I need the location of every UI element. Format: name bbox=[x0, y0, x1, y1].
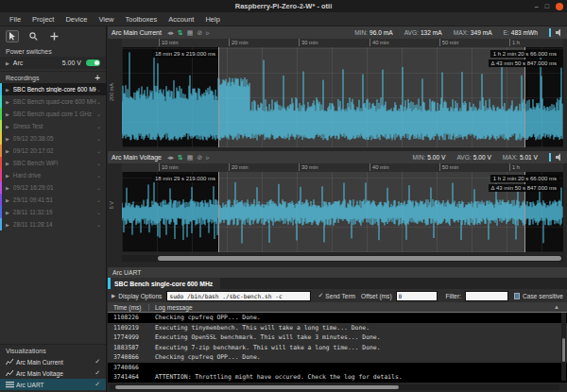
uart-tab[interactable]: SBC Bench single-core 600 MHz bbox=[108, 278, 220, 289]
minimize-button[interactable]: – bbox=[535, 0, 539, 12]
expand-arrow-icon[interactable]: ▶ bbox=[6, 60, 9, 66]
recording-item[interactable]: ▶Hard drive⌄ bbox=[0, 169, 106, 181]
scrollbar-thumb[interactable] bbox=[158, 256, 561, 261]
marker-icon[interactable]: ⊘ bbox=[197, 154, 202, 162]
recording-item[interactable]: ▶09/12 20:38:05⌄ bbox=[0, 132, 106, 145]
checkmark-icon[interactable]: ✓ bbox=[94, 369, 100, 377]
menu-view[interactable]: View bbox=[93, 15, 119, 24]
marker-icon[interactable]: ⊘ bbox=[197, 29, 202, 37]
filter-input[interactable] bbox=[465, 291, 508, 301]
power-toggle[interactable] bbox=[86, 60, 100, 66]
cursor-delta-tooltip: Δ 43 min 50 s 847.000 ms bbox=[489, 184, 559, 192]
maximize-button[interactable]: □ bbox=[545, 0, 549, 12]
log-horizontal-scrollbar[interactable] bbox=[110, 384, 559, 390]
cursor-left[interactable] bbox=[218, 47, 219, 147]
visualization-item[interactable]: Arc Main Current✓ bbox=[0, 356, 106, 367]
chevron-down-icon[interactable]: ⌄ bbox=[96, 160, 101, 166]
grid-icon[interactable]: ▦ bbox=[187, 29, 194, 37]
pan-arrows-icon[interactable]: ◂▸ bbox=[167, 29, 174, 37]
chevron-down-icon[interactable]: ⌄ bbox=[96, 196, 101, 203]
offset-input[interactable] bbox=[396, 291, 438, 301]
cursor-left[interactable] bbox=[218, 172, 219, 252]
log-row[interactable]: 1774999Executing OpenSSL benchmark. This… bbox=[108, 332, 567, 343]
recording-item[interactable]: ▶29/11 09:41:51⌄ bbox=[0, 194, 106, 206]
log-row[interactable]: 1108226Checking cpufreq OPP... Done. bbox=[108, 313, 567, 323]
play-icon[interactable]: ▹ bbox=[206, 29, 210, 37]
chevron-down-icon[interactable]: ⌄ bbox=[96, 209, 101, 215]
menu-project[interactable]: Project bbox=[26, 15, 60, 24]
pan-arrows-icon[interactable]: ◂▸ bbox=[167, 154, 174, 162]
axis-tick: 30 min bbox=[299, 39, 318, 46]
recording-item[interactable]: ▶28/11 11:28:14⌄ bbox=[0, 218, 106, 230]
zoom-tool-icon[interactable] bbox=[26, 30, 40, 43]
visualization-item[interactable]: Arc UART✓ bbox=[0, 379, 106, 390]
log-row[interactable]: 1883587Executing 7-zip benchmark. This w… bbox=[108, 343, 567, 353]
recording-item[interactable]: ▶Stress Test⌄ bbox=[0, 120, 106, 132]
select-tool-icon[interactable] bbox=[6, 30, 19, 43]
recording-item[interactable]: ▶09/12 20:17:02⌄ bbox=[0, 145, 106, 157]
recording-label: SBC Bench quad core 1 GHz bbox=[13, 111, 96, 117]
stat-value: 5.01 V bbox=[520, 154, 538, 161]
time-column-header[interactable]: Time (ms) bbox=[108, 304, 149, 311]
menu-device[interactable]: Device bbox=[60, 15, 93, 24]
current-chart-stats: MIN:96.0 mAAVG:132 mAMAX:349 mAE:483 mWh bbox=[354, 29, 549, 36]
pan-tool-icon[interactable] bbox=[47, 30, 60, 43]
power-switch-arc[interactable]: ▶ Arc 5.00 V bbox=[0, 57, 106, 69]
autoscale-icon[interactable]: ⇅ bbox=[178, 29, 183, 37]
recording-item[interactable]: ▶28/11 11:32:19⌄ bbox=[0, 206, 106, 218]
case-sensitive-checkbox[interactable] bbox=[514, 293, 520, 299]
chevron-down-icon[interactable]: ⌄ bbox=[96, 86, 101, 93]
log-time-cell: 1108226 bbox=[108, 314, 149, 321]
chevron-down-icon[interactable]: ⌄ bbox=[96, 147, 101, 154]
disclosure-arrow-icon[interactable]: ▶ bbox=[112, 293, 115, 298]
scroll-up-arrow-icon[interactable]: ▲ bbox=[554, 304, 559, 310]
log-vertical-scrollbar[interactable] bbox=[561, 313, 566, 381]
chevron-down-icon[interactable]: ⌄ bbox=[96, 135, 101, 142]
menu-help[interactable]: Help bbox=[199, 15, 225, 24]
grid-icon[interactable]: ▦ bbox=[187, 154, 194, 162]
chevron-down-icon[interactable]: ⌄ bbox=[96, 221, 101, 228]
axis-tick: 20 min bbox=[229, 163, 248, 171]
speaker-icon[interactable] bbox=[556, 28, 563, 37]
speaker-icon[interactable] bbox=[556, 153, 563, 162]
chevron-down-icon[interactable]: ⌄ bbox=[96, 172, 101, 179]
uart-command-input[interactable] bbox=[166, 291, 311, 301]
menu-file[interactable]: File bbox=[4, 15, 26, 24]
chevron-down-icon[interactable]: ⌄ bbox=[96, 111, 101, 117]
recording-item[interactable]: ▶SBC Bench quad core 1 GHz⌄ bbox=[0, 108, 106, 120]
current-chart-plot[interactable]: 18 min 29 s 219.000 ms 1 h 2 min 20 s 66… bbox=[122, 47, 563, 147]
send-term-checkbox[interactable]: ✓ bbox=[318, 292, 323, 299]
scrollbar-thumb[interactable] bbox=[562, 338, 565, 361]
log-row[interactable]: 1109219Executing tinymembench. This will… bbox=[108, 323, 567, 333]
chevron-down-icon[interactable]: ⌄ bbox=[96, 98, 101, 105]
visualization-item[interactable]: Arc Main Voltage✓ bbox=[0, 367, 106, 379]
recording-item[interactable]: ▶09/12 16:29:01⌄ bbox=[0, 181, 106, 194]
log-row[interactable]: 3740866 bbox=[108, 363, 567, 373]
recording-item[interactable]: ▶SBC Bench WiFi⌄ bbox=[0, 157, 106, 169]
recording-item[interactable]: ▶SBC Bench single-core 600 MHz⌄ bbox=[0, 83, 106, 95]
stat-label: MIN: bbox=[412, 154, 425, 161]
recording-item[interactable]: ▶SBC Bench quad-core 600 MHz⌄ bbox=[0, 95, 106, 108]
play-icon[interactable]: ▹ bbox=[206, 154, 210, 162]
log-message-cell: Executing 7-zip benchmark. This will tak… bbox=[149, 344, 567, 351]
stat-label: MIN: bbox=[354, 29, 368, 36]
checkmark-icon[interactable]: ✓ bbox=[94, 358, 100, 366]
checkmark-icon[interactable]: ✓ bbox=[94, 381, 100, 388]
play-icon: ▶ bbox=[6, 173, 9, 179]
menu-account[interactable]: Account bbox=[163, 15, 199, 24]
autoscale-icon[interactable]: ⇅ bbox=[178, 154, 183, 162]
menu-toolboxes[interactable]: Toolboxes bbox=[120, 15, 163, 24]
current-chart-time-axis: 10 min20 min30 min40 min50 min1 h bbox=[122, 39, 563, 47]
log-row[interactable]: 3740866Checking cpufreq OPP... Done. bbox=[108, 352, 567, 363]
close-button[interactable] bbox=[556, 3, 563, 10]
voltage-chart-plot[interactable]: 18 min 29 s 219.000 ms 1 h 2 min 20 s 66… bbox=[122, 172, 563, 252]
chevron-down-icon[interactable]: ⌄ bbox=[96, 123, 101, 129]
timeline-scrollbar[interactable] bbox=[122, 255, 563, 262]
add-recording-button[interactable]: + bbox=[94, 75, 100, 81]
scrollbar-thumb[interactable] bbox=[115, 385, 399, 389]
message-column-header[interactable]: Log message bbox=[149, 304, 554, 311]
log-row[interactable]: 3741464ATTENTION: Throttling might have … bbox=[108, 372, 567, 383]
display-options-label[interactable]: Display Options bbox=[118, 293, 162, 299]
axis-tick: 10 min bbox=[159, 39, 178, 46]
chevron-down-icon[interactable]: ⌄ bbox=[96, 184, 101, 191]
